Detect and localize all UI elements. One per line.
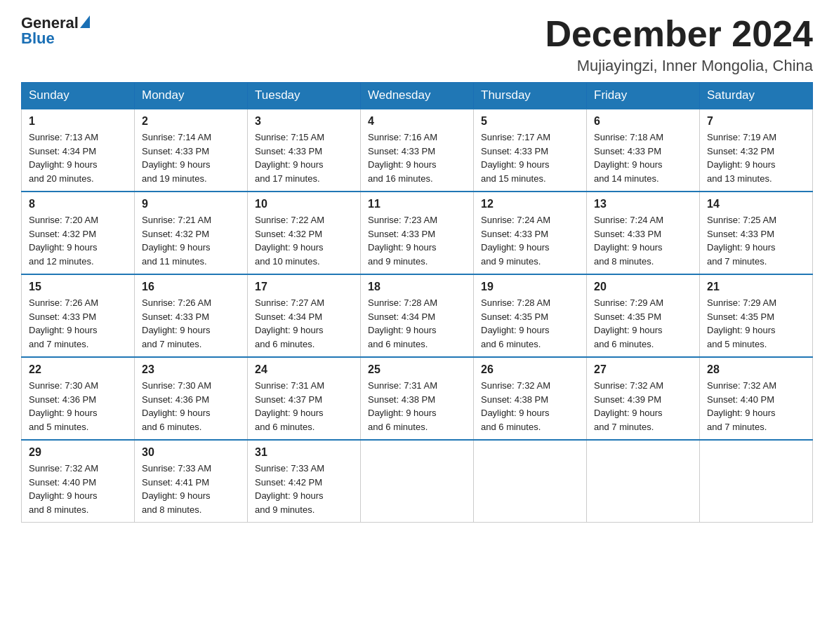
day-number: 3 [255,115,353,128]
day-info: Sunrise: 7:32 AM Sunset: 4:39 PM Dayligh… [594,379,692,434]
calendar-cell [474,440,587,523]
calendar-cell: 8 Sunrise: 7:20 AM Sunset: 4:32 PM Dayli… [22,192,135,274]
day-info: Sunrise: 7:16 AM Sunset: 4:33 PM Dayligh… [368,130,466,185]
day-info: Sunrise: 7:30 AM Sunset: 4:36 PM Dayligh… [142,379,240,434]
calendar-cell: 1 Sunrise: 7:13 AM Sunset: 4:34 PM Dayli… [22,109,135,192]
calendar-cell: 15 Sunrise: 7:26 AM Sunset: 4:33 PM Dayl… [22,274,135,357]
day-info: Sunrise: 7:28 AM Sunset: 4:35 PM Dayligh… [481,296,579,351]
calendar-cell: 27 Sunrise: 7:32 AM Sunset: 4:39 PM Dayl… [587,357,700,440]
calendar-cell [361,440,474,523]
month-title: December 2024 [545,14,813,54]
calendar-cell [587,440,700,523]
day-number: 4 [368,115,466,128]
day-info: Sunrise: 7:31 AM Sunset: 4:37 PM Dayligh… [255,379,353,434]
day-number: 8 [29,198,127,210]
week-row-2: 8 Sunrise: 7:20 AM Sunset: 4:32 PM Dayli… [22,192,813,274]
calendar-cell: 2 Sunrise: 7:14 AM Sunset: 4:33 PM Dayli… [135,109,248,192]
calendar-cell: 22 Sunrise: 7:30 AM Sunset: 4:36 PM Dayl… [22,357,135,440]
day-info: Sunrise: 7:32 AM Sunset: 4:40 PM Dayligh… [707,379,805,434]
calendar-cell: 26 Sunrise: 7:32 AM Sunset: 4:38 PM Dayl… [474,357,587,440]
day-info: Sunrise: 7:26 AM Sunset: 4:33 PM Dayligh… [142,296,240,351]
week-row-5: 29 Sunrise: 7:32 AM Sunset: 4:40 PM Dayl… [22,440,813,523]
day-number: 25 [368,363,466,376]
day-info: Sunrise: 7:24 AM Sunset: 4:33 PM Dayligh… [594,213,692,268]
day-number: 9 [142,198,240,210]
week-row-1: 1 Sunrise: 7:13 AM Sunset: 4:34 PM Dayli… [22,109,813,192]
logo-text-blue: Blue [21,29,55,48]
calendar-cell: 23 Sunrise: 7:30 AM Sunset: 4:36 PM Dayl… [135,357,248,440]
calendar-cell: 24 Sunrise: 7:31 AM Sunset: 4:37 PM Dayl… [248,357,361,440]
header-day-tuesday: Tuesday [248,83,361,109]
day-number: 22 [29,363,127,376]
day-number: 21 [707,281,805,293]
day-info: Sunrise: 7:20 AM Sunset: 4:32 PM Dayligh… [29,213,127,268]
day-info: Sunrise: 7:32 AM Sunset: 4:38 PM Dayligh… [481,379,579,434]
day-info: Sunrise: 7:23 AM Sunset: 4:33 PM Dayligh… [368,213,466,268]
day-info: Sunrise: 7:13 AM Sunset: 4:34 PM Dayligh… [29,130,127,185]
day-info: Sunrise: 7:32 AM Sunset: 4:40 PM Dayligh… [29,462,127,516]
calendar-cell: 31 Sunrise: 7:33 AM Sunset: 4:42 PM Dayl… [248,440,361,523]
day-info: Sunrise: 7:24 AM Sunset: 4:33 PM Dayligh… [481,213,579,268]
day-info: Sunrise: 7:17 AM Sunset: 4:33 PM Dayligh… [481,130,579,185]
calendar-cell: 6 Sunrise: 7:18 AM Sunset: 4:33 PM Dayli… [587,109,700,192]
calendar-cell: 12 Sunrise: 7:24 AM Sunset: 4:33 PM Dayl… [474,192,587,274]
day-info: Sunrise: 7:27 AM Sunset: 4:34 PM Dayligh… [255,296,353,351]
calendar-cell: 3 Sunrise: 7:15 AM Sunset: 4:33 PM Dayli… [248,109,361,192]
day-info: Sunrise: 7:33 AM Sunset: 4:41 PM Dayligh… [142,462,240,516]
header-day-saturday: Saturday [700,83,813,109]
day-number: 7 [707,115,805,128]
day-number: 19 [481,281,579,293]
location-title: Mujiayingzi, Inner Mongolia, China [545,57,813,75]
logo: General Blue [21,14,90,48]
day-info: Sunrise: 7:14 AM Sunset: 4:33 PM Dayligh… [142,130,240,185]
week-row-4: 22 Sunrise: 7:30 AM Sunset: 4:36 PM Dayl… [22,357,813,440]
day-number: 20 [594,281,692,293]
day-number: 30 [142,446,240,459]
calendar-cell: 30 Sunrise: 7:33 AM Sunset: 4:41 PM Dayl… [135,440,248,523]
day-number: 17 [255,281,353,293]
header: General Blue December 2024 Mujiayingzi, … [21,14,813,75]
calendar-table: SundayMondayTuesdayWednesdayThursdayFrid… [21,82,813,523]
day-number: 10 [255,198,353,210]
day-info: Sunrise: 7:25 AM Sunset: 4:33 PM Dayligh… [707,213,805,268]
week-row-3: 15 Sunrise: 7:26 AM Sunset: 4:33 PM Dayl… [22,274,813,357]
header-day-friday: Friday [587,83,700,109]
calendar-cell: 4 Sunrise: 7:16 AM Sunset: 4:33 PM Dayli… [361,109,474,192]
calendar-cell: 10 Sunrise: 7:22 AM Sunset: 4:32 PM Dayl… [248,192,361,274]
calendar-cell: 20 Sunrise: 7:29 AM Sunset: 4:35 PM Dayl… [587,274,700,357]
calendar-cell: 14 Sunrise: 7:25 AM Sunset: 4:33 PM Dayl… [700,192,813,274]
calendar-cell: 29 Sunrise: 7:32 AM Sunset: 4:40 PM Dayl… [22,440,135,523]
day-info: Sunrise: 7:28 AM Sunset: 4:34 PM Dayligh… [368,296,466,351]
day-info: Sunrise: 7:31 AM Sunset: 4:38 PM Dayligh… [368,379,466,434]
day-number: 14 [707,198,805,210]
day-number: 18 [368,281,466,293]
day-info: Sunrise: 7:33 AM Sunset: 4:42 PM Dayligh… [255,462,353,516]
day-number: 2 [142,115,240,128]
calendar-cell: 19 Sunrise: 7:28 AM Sunset: 4:35 PM Dayl… [474,274,587,357]
calendar-cell: 5 Sunrise: 7:17 AM Sunset: 4:33 PM Dayli… [474,109,587,192]
day-number: 24 [255,363,353,376]
day-number: 28 [707,363,805,376]
logo-triangle-icon [80,15,90,28]
day-number: 11 [368,198,466,210]
day-number: 23 [142,363,240,376]
calendar-cell: 25 Sunrise: 7:31 AM Sunset: 4:38 PM Dayl… [361,357,474,440]
day-number: 15 [29,281,127,293]
calendar-cell: 13 Sunrise: 7:24 AM Sunset: 4:33 PM Dayl… [587,192,700,274]
day-number: 1 [29,115,127,128]
day-info: Sunrise: 7:21 AM Sunset: 4:32 PM Dayligh… [142,213,240,268]
day-info: Sunrise: 7:29 AM Sunset: 4:35 PM Dayligh… [707,296,805,351]
day-info: Sunrise: 7:18 AM Sunset: 4:33 PM Dayligh… [594,130,692,185]
day-number: 12 [481,198,579,210]
day-number: 26 [481,363,579,376]
calendar-cell: 11 Sunrise: 7:23 AM Sunset: 4:33 PM Dayl… [361,192,474,274]
header-day-monday: Monday [135,83,248,109]
day-info: Sunrise: 7:29 AM Sunset: 4:35 PM Dayligh… [594,296,692,351]
header-day-thursday: Thursday [474,83,587,109]
day-number: 16 [142,281,240,293]
calendar-cell: 9 Sunrise: 7:21 AM Sunset: 4:32 PM Dayli… [135,192,248,274]
calendar-cell: 17 Sunrise: 7:27 AM Sunset: 4:34 PM Dayl… [248,274,361,357]
day-info: Sunrise: 7:19 AM Sunset: 4:32 PM Dayligh… [707,130,805,185]
header-row: SundayMondayTuesdayWednesdayThursdayFrid… [22,83,813,109]
header-day-wednesday: Wednesday [361,83,474,109]
